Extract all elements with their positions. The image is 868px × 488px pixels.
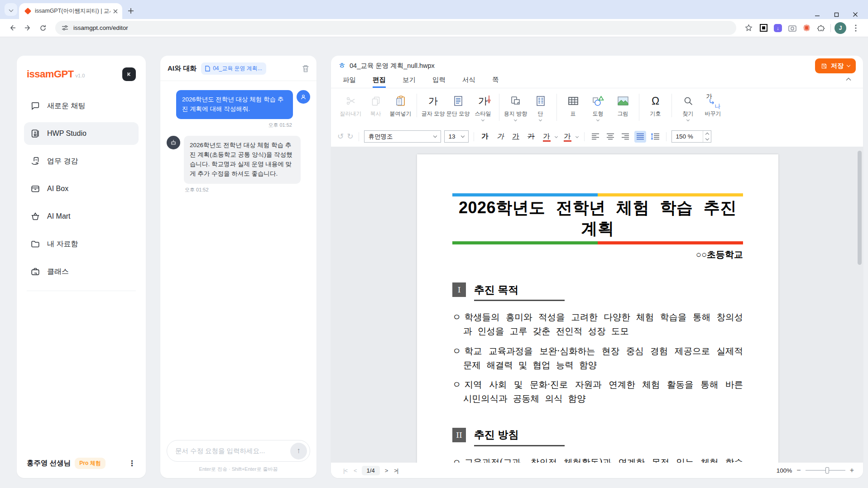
chat-doc-badge[interactable]: 04_교육 운영 계획... [201, 62, 266, 75]
bold-button[interactable]: 가 [479, 130, 491, 143]
reload-button[interactable] [37, 24, 49, 32]
button-label: 글자 모양 [422, 110, 445, 117]
new-tab-button[interactable] [128, 8, 134, 14]
first-page-button[interactable]: |< [340, 467, 350, 474]
symbol-button[interactable]: Ω 기호 [643, 94, 668, 117]
sidebar-item-new-chat[interactable]: 새로운 채팅 [24, 95, 139, 117]
zoom-slider[interactable] [806, 470, 845, 471]
zoom-controls: 100% − + [777, 466, 854, 474]
tab-close-icon[interactable] [113, 9, 118, 14]
toolbar-collapse-icon[interactable] [846, 77, 851, 81]
tab-search-button[interactable] [5, 3, 17, 16]
document-canvas[interactable]: 2026학년도 전학년 체험 학습 추진 계획 ○○초등학교 I 추진 목적 ㅇ… [331, 147, 863, 463]
columns-button[interactable]: 단 [528, 94, 553, 121]
underline-button[interactable]: 가 [510, 130, 522, 143]
align-right-button[interactable] [619, 131, 631, 143]
editor-menubar: 파일 편집 보기 입력 서식 쪽 [331, 74, 863, 88]
user-message-bubble: 2026학년도 전학년 대상 체험 학습 추진 계획에 대해 작성해줘. [176, 90, 293, 119]
sidebar-item-ai-box[interactable]: AI Box [24, 177, 139, 200]
cut-button[interactable]: 잘라내기 [338, 94, 363, 117]
document-scrollbar[interactable] [858, 151, 862, 265]
char-shape-button[interactable]: 가 글자 모양 [421, 94, 446, 121]
font-size-select[interactable]: 13 [444, 130, 469, 143]
back-button[interactable] [6, 24, 18, 32]
font-select[interactable]: 휴먼명조 [364, 130, 441, 143]
extension-download-icon[interactable]: ↓ [774, 24, 782, 32]
minimize-button[interactable] [815, 12, 820, 17]
chevron-down-icon [847, 63, 850, 67]
zoom-out-button[interactable]: − [796, 466, 801, 474]
next-page-button[interactable]: > [382, 467, 391, 474]
find-button[interactable]: 찾기 [676, 94, 700, 121]
button-label: 기호 [650, 110, 661, 117]
copy-button[interactable]: 복사 [363, 94, 388, 117]
zoom-in-button[interactable]: + [850, 466, 854, 474]
section-title: 추진 목적 [474, 283, 518, 297]
sidebar-item-work-relief[interactable]: 업무 경감 [24, 150, 139, 172]
prev-page-button[interactable]: < [350, 467, 360, 474]
sidebar-collapse-button[interactable] [122, 67, 136, 81]
forward-button[interactable] [22, 24, 34, 32]
picture-button[interactable]: 그림 [610, 94, 635, 121]
zoom-stepper[interactable] [703, 131, 709, 142]
menu-page[interactable]: 쪽 [492, 76, 499, 88]
menu-edit[interactable]: 편집 [373, 76, 386, 88]
char-shape-icon: 가 [428, 94, 438, 108]
style-button[interactable]: 가 스타일 [470, 94, 495, 121]
menu-format[interactable]: 서식 [462, 76, 475, 88]
line-spacing-button[interactable] [649, 131, 661, 143]
chat-input[interactable] [175, 447, 290, 455]
replace-button[interactable]: 가 나 바꾸기 [700, 94, 725, 121]
ai-message-row: 2026학년도 전학년 대상 체험 학습 추진 계획(초등학교 공통 양식)을 … [167, 136, 310, 184]
send-button[interactable]: ↑ [290, 443, 307, 459]
extension-starburst-icon[interactable] [803, 24, 810, 32]
address-bar[interactable]: issamgpt.com/editor [55, 21, 736, 35]
extension-camera-icon[interactable] [788, 24, 796, 32]
menu-view[interactable]: 보기 [403, 76, 416, 88]
align-justify-button[interactable] [634, 131, 646, 143]
browser-navbar: issamgpt.com/editor ↓ J [0, 19, 868, 37]
delete-chat-icon[interactable] [302, 65, 309, 72]
app-logo: issamGPT [27, 68, 74, 80]
extensions-puzzle-icon[interactable] [817, 24, 825, 32]
sidebar-item-ai-mart[interactable]: AI Mart [24, 205, 139, 228]
user-menu-icon[interactable]: ⋮ [128, 459, 136, 468]
redo-button[interactable]: ↻ [347, 132, 353, 141]
browser-tabstrip: issamGPT(아이쌤지피티) | 교사 [0, 0, 868, 19]
close-button[interactable] [853, 12, 858, 17]
profile-avatar[interactable]: J [834, 22, 846, 34]
last-page-button[interactable]: >| [391, 467, 401, 474]
browser-tab[interactable]: issamGPT(아이쌤지피티) | 교사 [19, 3, 122, 19]
align-left-button[interactable] [590, 131, 601, 143]
chevron-down-icon [554, 135, 557, 138]
sidebar-item-class[interactable]: 클래스 [24, 260, 139, 283]
undo-button[interactable]: ↺ [337, 132, 344, 141]
sidebar-item-my-files[interactable]: 내 자료함 [24, 233, 139, 255]
save-button[interactable]: 저장 [815, 58, 856, 73]
table-button[interactable]: 표 [561, 94, 585, 121]
section-1: I 추진 목적 ㅇ학생들의 흥미와 적성을 고려한 다양한 체험 학습을 통해 … [452, 282, 743, 406]
sidebar-item-hwp-studio[interactable]: HWP Studio [24, 122, 139, 145]
strikethrough-button[interactable]: 가 [525, 130, 537, 143]
browser-menu-icon[interactable] [850, 24, 862, 32]
menu-insert[interactable]: 입력 [432, 76, 446, 88]
site-info-icon[interactable] [62, 24, 68, 31]
document-icon [205, 66, 210, 72]
paper-orientation-button[interactable]: 용지 방향 [503, 94, 528, 121]
font-name: 휴먼명조 [369, 133, 393, 141]
italic-button[interactable]: 가 [494, 130, 507, 143]
bookmark-star-icon[interactable] [743, 24, 754, 32]
maximize-button[interactable] [834, 12, 839, 17]
zoom-field[interactable]: 150 % [671, 130, 711, 143]
menu-file[interactable]: 파일 [343, 76, 356, 88]
extension-square-icon[interactable] [760, 24, 767, 32]
document-page[interactable]: 2026학년도 전학년 체험 학습 추진 계획 ○○초등학교 I 추진 목적 ㅇ… [417, 154, 778, 463]
app-version: v1.0 [76, 73, 85, 78]
zoom-slider-thumb[interactable] [825, 467, 829, 474]
align-center-button[interactable] [604, 131, 616, 143]
shapes-button[interactable]: 도형 [585, 94, 610, 121]
paste-button[interactable]: 붙여넣기 [388, 94, 413, 117]
highlight-color-button[interactable]: 가 [561, 130, 574, 143]
para-shape-button[interactable]: 문단 모양 [446, 94, 470, 121]
font-color-button[interactable]: 가 [541, 130, 553, 143]
